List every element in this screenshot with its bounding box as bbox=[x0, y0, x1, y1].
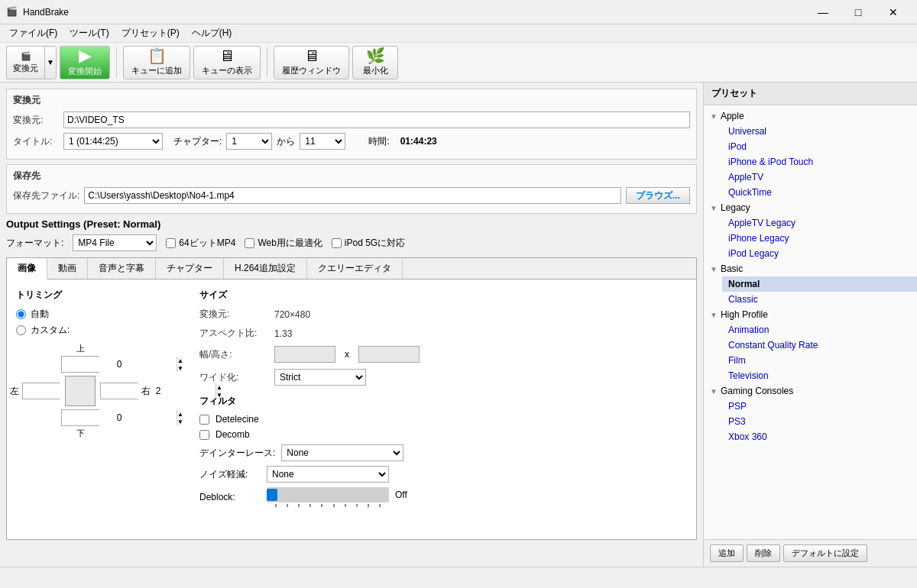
output-settings-title: Output Settings (Preset: Normal) bbox=[6, 218, 697, 230]
preset-television[interactable]: Television bbox=[722, 368, 917, 383]
checkbox-ipod-input[interactable] bbox=[332, 238, 342, 248]
minimize-app-btn[interactable]: 🌿 最小化 bbox=[352, 46, 398, 79]
tab-picture[interactable]: 画像 bbox=[7, 258, 47, 279]
close-btn[interactable]: ✕ bbox=[876, 0, 911, 24]
trim-bottom-down[interactable]: ▼ bbox=[177, 418, 183, 425]
tree-parent-legacy[interactable]: ▼ Legacy bbox=[704, 200, 917, 215]
aspect-row: アスペクト比: 1.33 bbox=[199, 327, 687, 340]
tree-parent-apple[interactable]: ▼ Apple bbox=[704, 108, 917, 124]
source-input[interactable] bbox=[63, 111, 690, 128]
top-label: 上 bbox=[61, 343, 99, 354]
trim-bottom-spin[interactable]: ▲ ▼ bbox=[61, 409, 99, 426]
deinterlace-select[interactable]: None Fast Slow Slower bbox=[281, 444, 403, 461]
minimize-btn[interactable]: — bbox=[805, 0, 841, 24]
tick bbox=[368, 504, 369, 507]
menu-help[interactable]: ヘルプ(H) bbox=[186, 25, 238, 41]
preset-quicktime[interactable]: QuickTime bbox=[722, 185, 917, 200]
widescreen-select[interactable]: Strict Loose Custom None bbox=[274, 369, 366, 386]
convert-label: 変換元 bbox=[13, 63, 38, 74]
tick bbox=[356, 504, 358, 507]
radio-custom[interactable]: カスタム: bbox=[16, 324, 169, 337]
decomb-check[interactable] bbox=[199, 430, 209, 440]
size-title: サイズ bbox=[199, 289, 687, 302]
preset-film[interactable]: Film bbox=[722, 353, 917, 368]
history-btn[interactable]: 🖥 履歴ウィンドウ bbox=[274, 46, 349, 79]
detelecine-row[interactable]: Detelecine bbox=[199, 414, 687, 425]
tree-parent-high-profile[interactable]: ▼ High Profile bbox=[704, 307, 917, 322]
resolution-label: 幅/高さ: bbox=[199, 348, 268, 361]
tab-h264[interactable]: H.264追加設定 bbox=[224, 258, 307, 279]
preset-add-btn[interactable]: 追加 bbox=[710, 544, 744, 562]
preset-constant-quality-rate[interactable]: Constant Quality Rate bbox=[722, 338, 917, 353]
preset-xbox360[interactable]: Xbox 360 bbox=[722, 429, 917, 444]
queue-add-icon: 📋 bbox=[147, 48, 167, 63]
chapter-from-select[interactable]: 1 bbox=[226, 133, 272, 150]
maximize-btn[interactable]: □ bbox=[841, 0, 876, 24]
trim-top-spin[interactable]: ▲ ▼ bbox=[61, 356, 99, 373]
preset-normal[interactable]: Normal bbox=[722, 276, 917, 292]
queue-show-btn[interactable]: 🖥 キューの表示 bbox=[193, 46, 261, 79]
format-select[interactable]: MP4 File MKV File bbox=[73, 234, 157, 251]
preset-appletv[interactable]: AppleTV bbox=[722, 170, 917, 185]
trim-top-input[interactable] bbox=[62, 357, 177, 372]
source-row: 変換元: bbox=[13, 111, 690, 128]
preset-classic[interactable]: Classic bbox=[722, 292, 917, 307]
checkbox-64bit-input[interactable] bbox=[166, 238, 176, 248]
trim-bottom-up[interactable]: ▲ bbox=[177, 410, 183, 418]
checkbox-web-input[interactable] bbox=[245, 238, 254, 248]
menu-presets[interactable]: プリセット(P) bbox=[115, 25, 186, 41]
chapter-to-select[interactable]: 11 bbox=[300, 133, 345, 150]
deblock-slider[interactable] bbox=[267, 487, 389, 502]
browse-btn[interactable]: ブラウズ... bbox=[626, 187, 690, 204]
tab-audio[interactable]: 音声と字幕 bbox=[88, 258, 156, 279]
tree-parent-basic[interactable]: ▼ Basic bbox=[704, 261, 917, 276]
radio-auto[interactable]: 自動 bbox=[16, 308, 169, 321]
trim-bottom-input[interactable] bbox=[62, 410, 177, 425]
denoise-select[interactable]: None Weak Medium Strong bbox=[267, 466, 389, 483]
menu-file[interactable]: ファイル(F) bbox=[3, 25, 63, 41]
width-input[interactable] bbox=[274, 346, 335, 363]
radio-auto-input[interactable] bbox=[16, 309, 26, 319]
deblock-slider-container: Off bbox=[267, 487, 407, 507]
preset-ipod-legacy[interactable]: iPod Legacy bbox=[722, 246, 917, 261]
tree-parent-gaming[interactable]: ▼ Gaming Consoles bbox=[704, 383, 917, 399]
trim-left-spin[interactable]: ▲ ▼ bbox=[22, 383, 60, 399]
preset-appletv-legacy[interactable]: AppleTV Legacy bbox=[722, 215, 917, 231]
trim-right-input[interactable] bbox=[101, 383, 215, 399]
preset-iphone-legacy[interactable]: iPhone Legacy bbox=[722, 231, 917, 246]
checkbox-ipod[interactable]: iPod 5Gに対応 bbox=[332, 237, 405, 250]
trim-top-up[interactable]: ▲ bbox=[177, 357, 183, 364]
height-input[interactable] bbox=[358, 346, 420, 363]
window-controls: — □ ✕ bbox=[805, 0, 911, 24]
preset-animation[interactable]: Animation bbox=[722, 322, 917, 338]
decomb-label: Decomb bbox=[215, 429, 250, 440]
preset-iphone-ipod-touch[interactable]: iPhone & iPod Touch bbox=[722, 154, 917, 170]
preset-tree: ▼ Apple Universal iPod iPhone & iPod Tou… bbox=[704, 105, 917, 539]
decomb-row[interactable]: Decomb bbox=[199, 429, 687, 440]
start-btn[interactable]: ▶ 変換開始 bbox=[60, 46, 110, 79]
tab-chapters[interactable]: チャプター bbox=[156, 258, 224, 279]
convert-arrow[interactable]: ▼ bbox=[44, 46, 57, 79]
tree-group-basic: ▼ Basic Normal Classic bbox=[704, 261, 917, 307]
preset-ps3[interactable]: PS3 bbox=[722, 414, 917, 429]
radio-custom-input[interactable] bbox=[16, 325, 26, 335]
convert-source-btn[interactable]: 🎬 変換元 ▼ bbox=[6, 46, 57, 79]
trim-right-spin[interactable]: ▲ ▼ bbox=[100, 383, 138, 399]
preset-delete-btn[interactable]: 削除 bbox=[747, 544, 780, 562]
convert-source-main[interactable]: 🎬 変換元 bbox=[6, 46, 44, 79]
dest-input[interactable] bbox=[84, 187, 621, 204]
checkbox-web[interactable]: Web用に最適化 bbox=[245, 237, 322, 250]
trim-top-down[interactable]: ▼ bbox=[177, 364, 183, 372]
tree-group-gaming: ▼ Gaming Consoles PSP PS3 Xbox 360 bbox=[704, 383, 917, 444]
tab-video[interactable]: 動画 bbox=[47, 258, 88, 279]
checkbox-64bit[interactable]: 64ビットMP4 bbox=[166, 237, 235, 250]
queue-add-btn[interactable]: 📋 キューに追加 bbox=[123, 46, 190, 79]
preset-psp[interactable]: PSP bbox=[722, 399, 917, 414]
preset-ipod[interactable]: iPod bbox=[722, 139, 917, 154]
preset-default-btn[interactable]: デフォルトに設定 bbox=[783, 544, 867, 562]
menu-tools[interactable]: ツール(T) bbox=[63, 25, 115, 41]
preset-universal[interactable]: Universal bbox=[722, 124, 917, 139]
tab-query[interactable]: クエリーエディタ bbox=[307, 258, 403, 279]
detelecine-check[interactable] bbox=[199, 415, 209, 425]
title-select[interactable]: 1 (01:44:25) bbox=[63, 133, 163, 150]
